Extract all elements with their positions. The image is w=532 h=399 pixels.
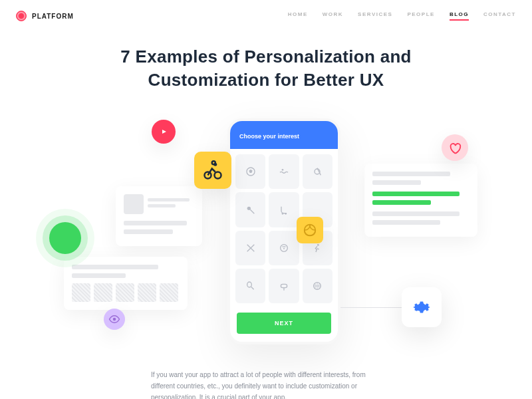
svg-point-12 [283, 246, 284, 247]
tile-tennis[interactable] [235, 192, 265, 227]
tile-golf[interactable] [303, 154, 332, 189]
panel-card-left-top [116, 186, 202, 246]
placeholder-thumb [94, 283, 112, 302]
volleyball-icon [297, 217, 323, 243]
svg-point-15 [317, 244, 319, 246]
placeholder-bar [72, 273, 126, 278]
panel-card-right [364, 164, 477, 237]
nav-services[interactable]: SERVICES [358, 11, 392, 21]
svg-line-6 [250, 209, 254, 213]
svg-point-13 [284, 246, 285, 247]
svg-point-25 [213, 163, 217, 166]
tile-skating[interactable] [269, 192, 299, 227]
tile-bowling[interactable] [269, 231, 299, 265]
placeholder-bar [124, 221, 187, 225]
svg-point-8 [285, 213, 287, 215]
svg-point-14 [283, 247, 285, 249]
page-title: 7 Examples of Personalization and Custom… [93, 45, 439, 92]
main-nav: HOME WORK SERVICES PEOPLE BLOG CONTACT [288, 11, 516, 21]
tile-racquet[interactable] [235, 269, 265, 303]
tile-soccer[interactable] [235, 154, 265, 189]
tile-baseball[interactable] [235, 231, 265, 265]
logo-text: PLATFORM [32, 13, 74, 20]
connector-line [340, 307, 402, 308]
placeholder-thumb [124, 194, 144, 214]
placeholder-bar [372, 220, 440, 225]
placeholder-bar [372, 211, 460, 216]
phone-header: Choose your interest [230, 121, 338, 149]
cycling-icon [194, 152, 231, 189]
svg-line-17 [251, 287, 253, 289]
placeholder-thumb [160, 283, 178, 302]
tile-diving[interactable] [269, 269, 299, 303]
placeholder-thumb [138, 283, 156, 302]
svg-point-2 [282, 169, 284, 171]
placeholder-bar-accent [372, 200, 431, 205]
placeholder-thumb [116, 283, 134, 302]
green-circle-icon [49, 222, 81, 254]
nav-people[interactable]: PEOPLE [407, 11, 434, 21]
phone-mockup: Choose your interest NEXT [227, 118, 340, 344]
svg-rect-18 [281, 284, 287, 287]
nav-work[interactable]: WORK [323, 11, 343, 21]
youtube-icon [152, 120, 176, 144]
article-body: If you want your app to attract a lot of… [151, 369, 381, 399]
placeholder-line [148, 204, 176, 207]
heart-pin-icon [442, 134, 468, 161]
placeholder-bar [124, 229, 173, 234]
placeholder-line [148, 198, 190, 201]
placeholder-bar [72, 265, 158, 269]
tile-swimming[interactable] [269, 154, 299, 189]
nav-blog[interactable]: BLOG [450, 11, 469, 21]
nav-home[interactable]: HOME [288, 11, 308, 21]
svg-point-24 [215, 172, 221, 179]
svg-point-27 [113, 318, 116, 321]
eye-icon [104, 309, 125, 330]
svg-point-7 [282, 213, 284, 215]
svg-marker-1 [249, 170, 252, 173]
placeholder-bar-accent [372, 192, 460, 196]
gear-icon [402, 287, 442, 327]
next-button[interactable]: NEXT [237, 313, 331, 334]
logo-icon [16, 11, 27, 21]
panel-card-left-bottom [64, 257, 188, 310]
nav-contact[interactable]: CONTACT [483, 11, 516, 21]
logo[interactable]: PLATFORM [16, 11, 74, 21]
svg-point-16 [247, 282, 251, 287]
hero-illustration: Choose your interest NEXT [0, 112, 532, 358]
svg-point-5 [247, 206, 250, 209]
placeholder-thumb [72, 283, 90, 302]
title-heading: 7 Examples of Personalization and Custom… [93, 45, 439, 92]
tile-basketball[interactable] [303, 269, 332, 303]
placeholder-bar [372, 180, 421, 185]
placeholder-bar [372, 172, 450, 176]
